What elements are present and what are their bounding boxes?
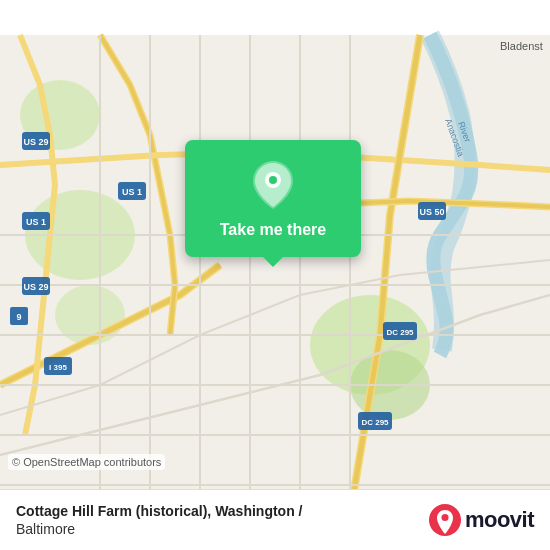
svg-point-46 [441,514,448,521]
place-name: Cottage Hill Farm (historical), Washingt… [16,502,303,520]
place-location: Baltimore [16,520,303,538]
place-info: Cottage Hill Farm (historical), Washingt… [16,502,303,538]
svg-point-44 [269,176,277,184]
svg-text:US 50: US 50 [419,207,444,217]
map-container: US 29 US 1 US 1 US 29 I 395 I 695 US 50 … [0,0,550,550]
svg-text:9: 9 [16,312,21,322]
moovit-icon [429,504,461,536]
popup-button-label: Take me there [220,220,326,241]
location-pin-icon [248,160,298,210]
moovit-brand-text: moovit [465,507,534,533]
svg-text:Bladenst: Bladenst [500,40,543,52]
map-attribution: © OpenStreetMap contributors [8,454,165,470]
svg-text:US 29: US 29 [23,137,48,147]
svg-text:DC 295: DC 295 [386,328,414,337]
bottom-bar: Cottage Hill Farm (historical), Washingt… [0,489,550,550]
svg-text:US 1: US 1 [26,217,46,227]
svg-text:US 1: US 1 [122,187,142,197]
take-me-there-button[interactable]: Take me there [185,140,361,257]
svg-text:US 29: US 29 [23,282,48,292]
svg-text:I 395: I 395 [49,363,67,372]
moovit-logo: moovit [429,504,534,536]
svg-text:DC 295: DC 295 [361,418,389,427]
